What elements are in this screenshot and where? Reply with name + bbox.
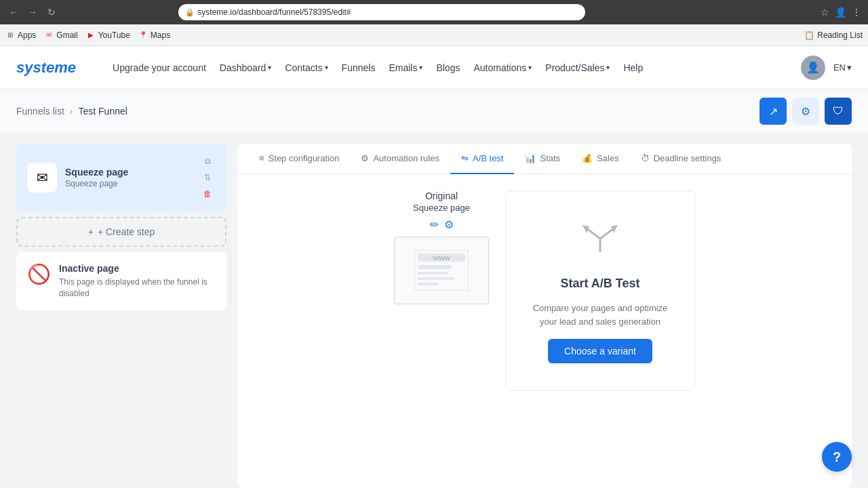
forward-button[interactable]: → (26, 5, 39, 19)
svg-rect-6 (418, 283, 438, 285)
menu-icon[interactable]: ⋮ (852, 7, 861, 18)
tab-automation-rules[interactable]: ⚙ Automation rules (350, 144, 450, 174)
back-button[interactable]: ← (7, 5, 20, 19)
page-preview: WWW (394, 237, 489, 304)
chevron-down-icon: ▾ (325, 64, 328, 71)
breadcrumb-funnels[interactable]: Funnels list (16, 106, 64, 117)
nav-automations[interactable]: Automations ▾ (473, 62, 532, 73)
nav-product-sales[interactable]: Product/Sales ▾ (545, 62, 610, 73)
bookmark-apps[interactable]: ⊞ Apps (5, 30, 36, 40)
external-link-button[interactable]: ↗ (760, 98, 787, 125)
bookmark-maps[interactable]: 📍 Maps (138, 30, 170, 40)
gear-icon: ⚙ (801, 105, 810, 118)
breadcrumb: Funnels list › Test Funnel (16, 106, 127, 117)
original-actions: ✏ ⚙ (394, 218, 489, 231)
svg-line-8 (587, 228, 600, 239)
lang-selector[interactable]: EN ▾ (833, 62, 852, 73)
chevron-down-icon: ▾ (419, 64, 422, 71)
svg-text:WWW: WWW (433, 255, 450, 262)
chevron-down-icon: ▾ (606, 64, 610, 71)
settings-button[interactable]: ⚙ (792, 98, 819, 125)
sales-icon: 💰 (582, 153, 593, 163)
gear-icon[interactable]: ⚙ (444, 218, 454, 231)
left-sidebar: ✉ Squeeze page Squeeze page ⧉ ⇅ 🗑 + + Cr… (16, 144, 226, 488)
inactive-desc: This page is displayed when the funnel i… (59, 277, 216, 300)
shield-icon: 🛡 (833, 105, 844, 117)
step-type: Squeeze page (65, 179, 191, 188)
refresh-button[interactable]: ↻ (45, 5, 58, 19)
inactive-info: Inactive page This page is displayed whe… (59, 263, 216, 300)
nav-emails[interactable]: Emails ▾ (389, 62, 422, 73)
nav-dashboard[interactable]: Dashboard ▾ (220, 62, 272, 73)
content-area: ≡ Step configuration ⚙ Automation rules … (237, 144, 852, 488)
plus-icon: + (88, 226, 94, 237)
bookmarks-bar: ⊞ Apps ✉ Gmail ▶ YouTube 📍 Maps 📋 Readin… (0, 24, 868, 46)
ab-test-title: Start A/B Test (560, 277, 639, 291)
reading-list-icon: 📋 (804, 30, 814, 40)
header-right: 👤 EN ▾ (801, 56, 852, 80)
start-ab-test-card: Start A/B Test Compare your pages and op… (505, 190, 695, 391)
stats-icon: 📊 (525, 153, 536, 163)
browser-chrome: ← → ↻ 🔒 systeme.io/dashboard/funnel/5783… (0, 0, 868, 24)
app-header: systeme Upgrade your account Dashboard ▾… (0, 46, 868, 89)
security-button[interactable]: 🛡 (825, 98, 852, 125)
svg-rect-5 (418, 277, 455, 280)
ab-split-icon (573, 218, 627, 266)
step-move-button[interactable]: ⇅ (199, 171, 216, 184)
breadcrumb-bar: Funnels list › Test Funnel ↗ ⚙ 🛡 (0, 89, 868, 133)
external-link-icon: ↗ (769, 105, 778, 118)
tab-stats[interactable]: 📊 Stats (514, 144, 571, 174)
ab-test-content: Original Squeeze page ✏ ⚙ WWW (237, 174, 852, 407)
breadcrumb-current: Test Funnel (78, 106, 127, 117)
chevron-down-icon: ▾ (528, 64, 532, 71)
svg-line-10 (600, 228, 614, 239)
squeeze-page-step[interactable]: ✉ Squeeze page Squeeze page ⧉ ⇅ 🗑 (16, 144, 226, 211)
youtube-favicon: ▶ (86, 30, 96, 40)
step-icon: ✉ (27, 163, 57, 192)
tab-ab-test[interactable]: ⇋ A/B test (450, 144, 515, 174)
nav-help[interactable]: Help (623, 62, 643, 73)
svg-rect-3 (418, 265, 452, 269)
ab-test-icon: ⇋ (461, 153, 469, 163)
original-label: Original (394, 190, 489, 201)
step-info: Squeeze page Squeeze page (65, 167, 191, 188)
inactive-title: Inactive page (59, 263, 216, 274)
breadcrumb-separator: › (70, 106, 73, 117)
nav-contacts[interactable]: Contacts ▾ (285, 62, 328, 73)
nav-blogs[interactable]: Blogs (436, 62, 460, 73)
disabled-icon: 🚫 (27, 263, 51, 285)
bookmark-youtube[interactable]: ▶ YouTube (86, 30, 130, 40)
nav-funnels[interactable]: Funnels (342, 62, 376, 73)
create-step-button[interactable]: + + Create step (16, 217, 226, 247)
tab-step-configuration[interactable]: ≡ Step configuration (248, 144, 350, 174)
breadcrumb-actions: ↗ ⚙ 🛡 (760, 98, 852, 125)
gmail-favicon: ✉ (44, 30, 54, 40)
main-nav: Upgrade your account Dashboard ▾ Contact… (113, 62, 643, 73)
chevron-down-icon: ▾ (847, 62, 852, 73)
reading-list[interactable]: 📋 Reading List (804, 30, 863, 40)
avatar[interactable]: 👤 (801, 56, 825, 80)
tab-sales[interactable]: 💰 Sales (571, 144, 630, 174)
inactive-page-card: 🚫 Inactive page This page is displayed w… (16, 252, 226, 310)
maps-favicon: 📍 (138, 30, 148, 40)
original-page-card: Original Squeeze page ✏ ⚙ WWW (394, 190, 489, 391)
automation-icon: ⚙ (361, 153, 369, 163)
edit-icon[interactable]: ✏ (430, 218, 439, 231)
deadline-icon: ⏱ (641, 153, 650, 163)
app-logo[interactable]: systeme (16, 59, 76, 77)
tab-deadline-settings[interactable]: ⏱ Deadline settings (630, 144, 732, 174)
bookmark-gmail[interactable]: ✉ Gmail (44, 30, 77, 40)
step-delete-button[interactable]: 🗑 (199, 187, 216, 201)
star-icon[interactable]: ☆ (821, 7, 829, 18)
url-bar[interactable]: 🔒 systeme.io/dashboard/funnel/578395/edi… (178, 4, 585, 20)
choose-variant-button[interactable]: Choose a variant (548, 339, 652, 363)
help-button[interactable]: ? (822, 442, 852, 472)
nav-upgrade[interactable]: Upgrade your account (113, 62, 206, 73)
browser-controls: ☆ 👤 ⋮ (821, 7, 861, 18)
svg-rect-4 (418, 272, 448, 274)
main-layout: ✉ Squeeze page Squeeze page ⧉ ⇅ 🗑 + + Cr… (0, 133, 868, 488)
apps-favicon: ⊞ (5, 30, 15, 40)
step-copy-button[interactable]: ⧉ (199, 155, 216, 168)
account-icon[interactable]: 👤 (835, 7, 846, 18)
lock-icon: 🔒 (185, 8, 195, 17)
